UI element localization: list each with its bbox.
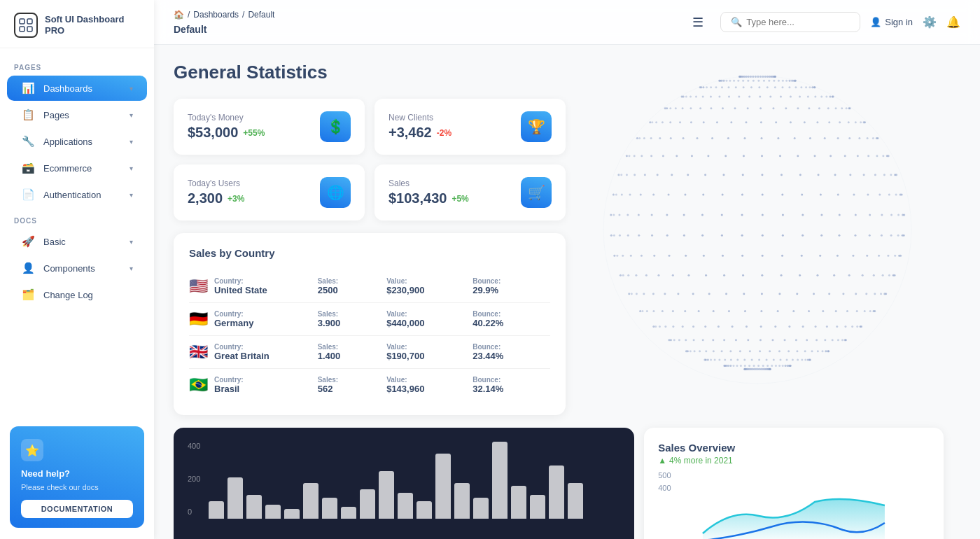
sidebar-item-authentication-label: Authentication (43, 190, 121, 200)
content-inner: General Statistics Today's Money $53,000… (174, 62, 960, 539)
authentication-icon: 📄 (21, 188, 35, 201)
sidebar-nav: PAGES 📊 Dashboards ▾ 📋 Pages ▾ 🔧 Applica… (0, 48, 154, 418)
menu-icon[interactable]: ☰ (692, 15, 704, 30)
sales-overview-chart (658, 495, 930, 539)
sales-de: 3.900 (318, 318, 386, 328)
overview-y-400: 400 (658, 484, 930, 492)
breadcrumb-sep1: / (188, 10, 190, 20)
bar-chart-bar (379, 471, 394, 519)
sidebar-item-basic[interactable]: 🚀 Basic ▾ (7, 229, 147, 254)
ecommerce-icon: 🗃️ (21, 162, 35, 174)
country-name-gb: Great Britain (214, 351, 318, 361)
sidebar-item-applications[interactable]: 🔧 Applications ▾ (7, 129, 147, 154)
stat-icon-clients: 🏆 (521, 111, 552, 142)
components-icon: 👤 (21, 262, 35, 274)
authentication-arrow: ▾ (130, 191, 133, 199)
bar-chart-bar (341, 507, 356, 519)
bar-chart-bar (398, 493, 413, 519)
help-subtitle: Please check our docs (21, 483, 99, 491)
overview-y-500: 500 (658, 471, 930, 479)
sales-by-country-title: Sales by Country (189, 247, 550, 259)
stat-number-clients: +3,462 (388, 125, 432, 141)
help-title: Need help? (21, 468, 70, 479)
country-name-de: Germany (214, 318, 318, 328)
bar-chart-bar (284, 509, 300, 519)
svg-rect-3 (27, 27, 32, 31)
stat-card-sales: Sales $103,430 +5% 🛒 (374, 164, 566, 220)
sales-br: 562 (318, 384, 386, 394)
pages-section-label: PAGES (0, 55, 154, 74)
stat-value-money: $53,000 +55% (188, 125, 265, 141)
notification-icon[interactable]: 🔔 (946, 15, 960, 29)
sidebar-item-ecommerce[interactable]: 🗃️ Ecommerce ▾ (7, 155, 147, 181)
signin-label: Sign in (885, 17, 913, 27)
sales-us: 2500 (318, 285, 386, 295)
signin-button[interactable]: 👤 Sign in (870, 17, 913, 27)
chart-y-200: 200 (188, 475, 200, 483)
country-row-de: 🇩🇪 Country: Germany Sales: 3.900 Value: … (189, 303, 550, 336)
sidebar-item-changelog[interactable]: 🗂️ Change Log (7, 282, 147, 307)
globe-decoration (554, 62, 960, 398)
sidebar-item-pages[interactable]: 📋 Pages ▾ (7, 102, 147, 127)
dashboards-icon: 📊 (21, 82, 35, 94)
breadcrumb-path: 🏠 / Dashboards / Default (174, 10, 274, 20)
bounce-de: 40.22% (472, 318, 550, 328)
breadcrumb-current: Default (248, 10, 274, 20)
main-area: 🏠 / Dashboards / Default Default ☰ 🔍 👤 S… (154, 0, 980, 539)
stat-card-clients: New Clients +3,462 -2% 🏆 (374, 99, 566, 155)
stat-label-clients: New Clients (388, 113, 451, 122)
page-header-title: Default (174, 24, 206, 35)
stat-icon-users: 🌐 (320, 177, 351, 208)
logo-icon (14, 13, 38, 38)
bar-chart-bar (416, 501, 432, 519)
bounce-br: 32.14% (472, 384, 550, 394)
bar-chart-bar (492, 442, 507, 519)
docs-section-label: DOCS (0, 209, 154, 227)
sidebar-item-pages-label: Pages (43, 110, 121, 120)
sales-overview-card: Sales Overview ▲ 4% more in 2021 500 400 (644, 428, 944, 539)
stat-icon-sales: 🛒 (521, 177, 552, 208)
sidebar-item-authentication[interactable]: 📄 Authentication ▾ (7, 182, 147, 207)
stat-number-sales: $103,430 (388, 190, 447, 206)
svg-point-4 (603, 76, 911, 384)
basic-arrow: ▾ (130, 238, 133, 246)
page-title: General Statistics (174, 62, 960, 83)
country-row-br: 🇧🇷 Country: Brasil Sales: 562 Value: $14… (189, 369, 550, 401)
flag-br: 🇧🇷 (189, 376, 214, 394)
stat-badge-clients: -2% (437, 128, 451, 138)
settings-icon[interactable]: ⚙️ (923, 15, 937, 29)
basic-icon: 🚀 (21, 235, 35, 248)
value-br: $143,960 (386, 384, 472, 394)
stat-badge-sales: +5% (451, 194, 468, 204)
header-right: 🔍 👤 Sign in ⚙️ 🔔 (720, 12, 960, 32)
sidebar-item-dashboards[interactable]: 📊 Dashboards ▾ (7, 76, 147, 101)
bar-chart-bar (360, 489, 375, 519)
svg-rect-1 (27, 19, 32, 24)
stat-info-money: Today's Money $53,000 +55% (188, 113, 265, 141)
stat-value-sales: $103,430 +5% (388, 190, 469, 206)
pages-icon: 📋 (21, 108, 35, 121)
stat-number-users: 2,300 (188, 190, 223, 206)
sales-gb: 1.400 (318, 351, 386, 361)
documentation-button[interactable]: DOCUMENTATION (21, 500, 133, 518)
bar-chart-bar (568, 483, 583, 519)
bar-chart-card: 400 200 0 (174, 428, 634, 539)
sidebar-item-applications-label: Applications (43, 136, 121, 147)
svg-point-5 (603, 76, 911, 384)
breadcrumb-sep2: / (242, 10, 244, 20)
sidebar-item-basic-label: Basic (43, 237, 121, 247)
changelog-icon: 🗂️ (21, 288, 35, 301)
header: 🏠 / Dashboards / Default Default ☰ 🔍 👤 S… (154, 0, 980, 45)
breadcrumb-dashboards[interactable]: Dashboards (193, 10, 239, 20)
country-row-us: 🇺🇸 Country: United State Sales: 2500 Val… (189, 270, 550, 303)
bar-chart-bar (265, 505, 281, 519)
trend-up-icon: ▲ (658, 456, 666, 465)
user-icon: 👤 (870, 17, 881, 27)
dashboards-arrow: ▾ (130, 85, 133, 92)
applications-icon: 🔧 (21, 135, 35, 148)
pages-arrow: ▾ (130, 111, 133, 119)
stat-card-users: Today's Users 2,300 +3% 🌐 (174, 164, 365, 220)
search-input[interactable] (746, 17, 844, 27)
country-name-br: Brasil (214, 384, 318, 394)
sidebar-item-components[interactable]: 👤 Components ▾ (7, 255, 147, 281)
